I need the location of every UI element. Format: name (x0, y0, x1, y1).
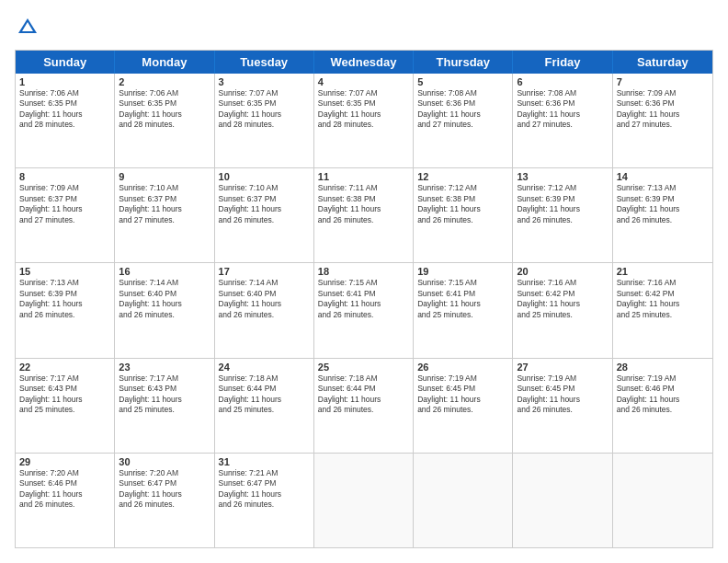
cal-cell-empty-4-3 (314, 454, 414, 547)
cal-row-1: 8Sunrise: 7:09 AM Sunset: 6:37 PM Daylig… (16, 168, 712, 263)
day-number-1: 1 (19, 76, 110, 87)
day-number-31: 31 (219, 456, 310, 467)
cal-header-day-sunday: Sunday (16, 51, 115, 74)
day-number-13: 13 (517, 171, 608, 182)
day-number-6: 6 (517, 76, 608, 87)
day-info-7: Sunrise: 7:09 AM Sunset: 6:36 PM Dayligh… (617, 88, 709, 131)
day-info-1: Sunrise: 7:06 AM Sunset: 6:35 PM Dayligh… (19, 88, 110, 131)
cal-cell-15: 15Sunrise: 7:13 AM Sunset: 6:39 PM Dayli… (16, 263, 115, 357)
cal-cell-13: 13Sunrise: 7:12 AM Sunset: 6:39 PM Dayli… (513, 168, 612, 262)
day-info-23: Sunrise: 7:17 AM Sunset: 6:43 PM Dayligh… (119, 373, 210, 416)
day-info-29: Sunrise: 7:20 AM Sunset: 6:46 PM Dayligh… (19, 468, 110, 511)
day-info-24: Sunrise: 7:18 AM Sunset: 6:44 PM Dayligh… (219, 373, 310, 416)
cal-cell-7: 7Sunrise: 7:09 AM Sunset: 6:36 PM Daylig… (613, 74, 712, 167)
cal-header-day-monday: Monday (115, 51, 214, 74)
day-number-30: 30 (119, 456, 210, 467)
day-number-24: 24 (219, 362, 310, 373)
day-info-11: Sunrise: 7:11 AM Sunset: 6:38 PM Dayligh… (318, 183, 409, 225)
day-number-9: 9 (119, 171, 210, 182)
day-info-4: Sunrise: 7:07 AM Sunset: 6:35 PM Dayligh… (318, 88, 409, 131)
cal-cell-22: 22Sunrise: 7:17 AM Sunset: 6:43 PM Dayli… (16, 359, 115, 453)
calendar: SundayMondayTuesdayWednesdayThursdayFrid… (15, 50, 713, 548)
cal-cell-3: 3Sunrise: 7:07 AM Sunset: 6:35 PM Daylig… (215, 74, 314, 167)
cal-cell-30: 30Sunrise: 7:20 AM Sunset: 6:47 PM Dayli… (115, 454, 214, 547)
day-number-16: 16 (119, 266, 210, 277)
cal-row-0: 1Sunrise: 7:06 AM Sunset: 6:35 PM Daylig… (16, 74, 712, 168)
cal-row-2: 15Sunrise: 7:13 AM Sunset: 6:39 PM Dayli… (16, 263, 712, 358)
day-number-12: 12 (417, 171, 508, 182)
day-info-16: Sunrise: 7:14 AM Sunset: 6:40 PM Dayligh… (119, 278, 210, 320)
day-number-3: 3 (219, 76, 310, 87)
day-info-12: Sunrise: 7:12 AM Sunset: 6:38 PM Dayligh… (417, 183, 508, 225)
cal-header-day-tuesday: Tuesday (215, 51, 314, 74)
cal-cell-9: 9Sunrise: 7:10 AM Sunset: 6:37 PM Daylig… (115, 168, 214, 262)
logo (15, 15, 44, 40)
cal-cell-18: 18Sunrise: 7:15 AM Sunset: 6:41 PM Dayli… (314, 263, 414, 357)
day-number-17: 17 (219, 266, 310, 277)
cal-header-day-thursday: Thursday (414, 51, 513, 74)
cal-cell-21: 21Sunrise: 7:16 AM Sunset: 6:42 PM Dayli… (613, 263, 712, 357)
day-info-14: Sunrise: 7:13 AM Sunset: 6:39 PM Dayligh… (617, 183, 709, 225)
cal-cell-12: 12Sunrise: 7:12 AM Sunset: 6:38 PM Dayli… (414, 168, 513, 262)
day-number-22: 22 (19, 362, 110, 373)
day-number-28: 28 (617, 362, 709, 373)
calendar-header: SundayMondayTuesdayWednesdayThursdayFrid… (16, 51, 712, 74)
day-info-8: Sunrise: 7:09 AM Sunset: 6:37 PM Dayligh… (19, 183, 110, 225)
cal-cell-14: 14Sunrise: 7:13 AM Sunset: 6:39 PM Dayli… (613, 168, 712, 262)
day-info-25: Sunrise: 7:18 AM Sunset: 6:44 PM Dayligh… (318, 373, 409, 416)
cal-cell-28: 28Sunrise: 7:19 AM Sunset: 6:46 PM Dayli… (613, 359, 712, 453)
cal-cell-1: 1Sunrise: 7:06 AM Sunset: 6:35 PM Daylig… (16, 74, 115, 167)
day-info-19: Sunrise: 7:15 AM Sunset: 6:41 PM Dayligh… (417, 278, 508, 320)
day-number-7: 7 (617, 76, 709, 87)
cal-cell-2: 2Sunrise: 7:06 AM Sunset: 6:35 PM Daylig… (115, 74, 214, 167)
cal-cell-10: 10Sunrise: 7:10 AM Sunset: 6:37 PM Dayli… (215, 168, 314, 262)
day-number-15: 15 (19, 266, 110, 277)
cal-cell-16: 16Sunrise: 7:14 AM Sunset: 6:40 PM Dayli… (115, 263, 214, 357)
cal-cell-26: 26Sunrise: 7:19 AM Sunset: 6:45 PM Dayli… (414, 359, 513, 453)
header (15, 15, 713, 40)
day-number-27: 27 (517, 362, 608, 373)
day-number-18: 18 (318, 266, 409, 277)
cal-cell-23: 23Sunrise: 7:17 AM Sunset: 6:43 PM Dayli… (115, 359, 214, 453)
day-number-4: 4 (318, 76, 409, 87)
day-number-10: 10 (219, 171, 310, 182)
day-info-27: Sunrise: 7:19 AM Sunset: 6:45 PM Dayligh… (517, 373, 608, 416)
day-info-28: Sunrise: 7:19 AM Sunset: 6:46 PM Dayligh… (617, 373, 709, 416)
cal-cell-6: 6Sunrise: 7:08 AM Sunset: 6:36 PM Daylig… (513, 74, 612, 167)
day-number-19: 19 (417, 266, 508, 277)
cal-header-day-wednesday: Wednesday (314, 51, 414, 74)
day-info-15: Sunrise: 7:13 AM Sunset: 6:39 PM Dayligh… (19, 278, 110, 320)
day-number-29: 29 (19, 456, 110, 467)
day-info-26: Sunrise: 7:19 AM Sunset: 6:45 PM Dayligh… (417, 373, 508, 416)
page: SundayMondayTuesdayWednesdayThursdayFrid… (0, 0, 728, 563)
day-number-20: 20 (517, 266, 608, 277)
cal-row-3: 22Sunrise: 7:17 AM Sunset: 6:43 PM Dayli… (16, 359, 712, 454)
cal-cell-25: 25Sunrise: 7:18 AM Sunset: 6:44 PM Dayli… (314, 359, 414, 453)
cal-cell-27: 27Sunrise: 7:19 AM Sunset: 6:45 PM Dayli… (513, 359, 612, 453)
cal-cell-8: 8Sunrise: 7:09 AM Sunset: 6:37 PM Daylig… (16, 168, 115, 262)
cal-header-day-friday: Friday (513, 51, 612, 74)
cal-row-4: 29Sunrise: 7:20 AM Sunset: 6:46 PM Dayli… (16, 454, 712, 547)
cal-cell-24: 24Sunrise: 7:18 AM Sunset: 6:44 PM Dayli… (215, 359, 314, 453)
cal-cell-5: 5Sunrise: 7:08 AM Sunset: 6:36 PM Daylig… (414, 74, 513, 167)
day-info-17: Sunrise: 7:14 AM Sunset: 6:40 PM Dayligh… (219, 278, 310, 320)
cal-cell-4: 4Sunrise: 7:07 AM Sunset: 6:35 PM Daylig… (314, 74, 414, 167)
day-info-18: Sunrise: 7:15 AM Sunset: 6:41 PM Dayligh… (318, 278, 409, 320)
day-info-20: Sunrise: 7:16 AM Sunset: 6:42 PM Dayligh… (517, 278, 608, 320)
day-info-3: Sunrise: 7:07 AM Sunset: 6:35 PM Dayligh… (219, 88, 310, 131)
day-info-10: Sunrise: 7:10 AM Sunset: 6:37 PM Dayligh… (219, 183, 310, 225)
day-info-22: Sunrise: 7:17 AM Sunset: 6:43 PM Dayligh… (19, 373, 110, 416)
cal-header-day-saturday: Saturday (613, 51, 712, 74)
cal-cell-29: 29Sunrise: 7:20 AM Sunset: 6:46 PM Dayli… (16, 454, 115, 547)
day-info-2: Sunrise: 7:06 AM Sunset: 6:35 PM Dayligh… (119, 88, 210, 131)
day-number-2: 2 (119, 76, 210, 87)
calendar-body: 1Sunrise: 7:06 AM Sunset: 6:35 PM Daylig… (16, 74, 712, 547)
cal-cell-11: 11Sunrise: 7:11 AM Sunset: 6:38 PM Dayli… (314, 168, 414, 262)
day-info-30: Sunrise: 7:20 AM Sunset: 6:47 PM Dayligh… (119, 468, 210, 511)
day-number-21: 21 (617, 266, 709, 277)
cal-cell-empty-4-4 (414, 454, 513, 547)
day-number-26: 26 (417, 362, 508, 373)
cal-cell-19: 19Sunrise: 7:15 AM Sunset: 6:41 PM Dayli… (414, 263, 513, 357)
logo-icon (15, 15, 40, 40)
cal-cell-17: 17Sunrise: 7:14 AM Sunset: 6:40 PM Dayli… (215, 263, 314, 357)
